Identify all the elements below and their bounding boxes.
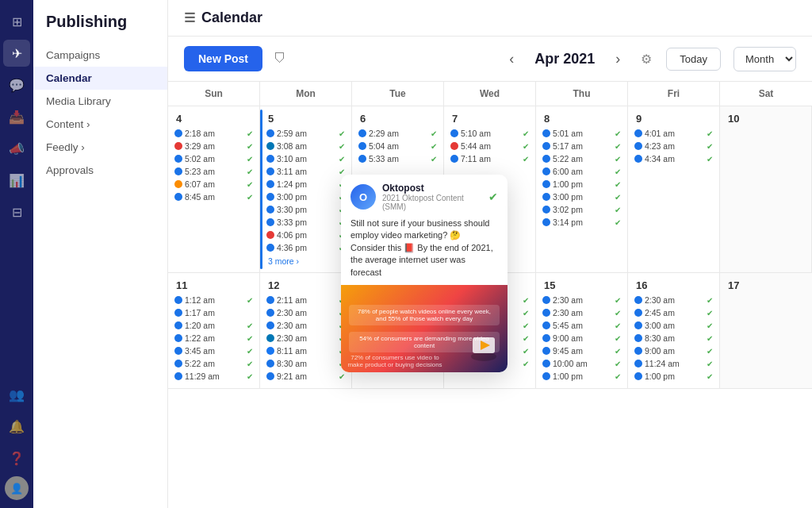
nav-icon-help[interactable]: ❓	[3, 444, 30, 471]
sidebar-item-approvals[interactable]: Approvals	[33, 159, 167, 182]
list-item[interactable]: 10:00 am✔	[539, 358, 624, 369]
list-item[interactable]: 4:01 am✔	[631, 128, 716, 139]
list-item[interactable]: 8:11 am✔	[263, 345, 348, 356]
post-dot	[542, 142, 550, 150]
list-item[interactable]: 8:30 am✔	[631, 333, 716, 344]
list-item[interactable]: 2:30 am✔	[263, 307, 348, 318]
list-item[interactable]: 11:29 am✔	[171, 371, 256, 382]
today-button[interactable]: Today	[666, 48, 721, 71]
list-item[interactable]: 11:24 am✔	[631, 358, 716, 369]
list-item[interactable]: 3:00 pm✔	[539, 191, 624, 202]
list-item[interactable]: 5:33 am✔	[355, 153, 440, 164]
list-item[interactable]: 2:11 am✔	[263, 294, 348, 306]
popup-status-check: ✔	[488, 190, 498, 203]
post-dot	[634, 321, 642, 329]
list-item[interactable]: 1:24 pm✔	[263, 179, 348, 190]
list-item[interactable]: 3:02 pm✔	[539, 204, 624, 215]
nav-icon-dashboard[interactable]: ⊞	[3, 8, 30, 35]
post-dot	[542, 155, 550, 163]
list-item[interactable]: 6:00 am✔	[539, 166, 624, 177]
sidebar-item-content[interactable]: Content ›	[33, 113, 167, 136]
list-item[interactable]: 5:44 am✔	[447, 140, 532, 152]
list-item[interactable]: 1:20 am✔	[171, 320, 256, 331]
list-item[interactable]: 3:33 pm✔	[263, 217, 348, 228]
post-dot	[358, 129, 366, 137]
list-item[interactable]: 1:00 pm✔	[539, 179, 624, 190]
list-item[interactable]: 2:18 am✔	[171, 128, 256, 139]
list-item[interactable]: 8:45 am✔	[171, 191, 256, 202]
new-post-button[interactable]: New Post	[184, 46, 262, 71]
calendar-header: Sun Mon Tue Wed Thu Fri Sat	[168, 82, 812, 106]
list-item[interactable]: 1:00 pm✔	[539, 371, 624, 382]
nav-icon-publishing[interactable]: ✈	[3, 40, 30, 67]
list-item[interactable]: 5:23 am✔	[171, 166, 256, 177]
list-item[interactable]: 2:30 am✔	[539, 307, 624, 318]
sidebar-item-calendar[interactable]: Calendar	[33, 67, 167, 90]
list-item[interactable]: 2:30 am✔	[263, 333, 348, 344]
nav-icon-inbox[interactable]: 📥	[3, 103, 30, 130]
list-item[interactable]: 2:30 am✔	[631, 294, 716, 306]
list-item[interactable]: 3:00 am✔	[631, 320, 716, 331]
list-item[interactable]: 3:10 am✔	[263, 153, 348, 164]
list-item[interactable]: 7:11 am✔	[447, 153, 532, 164]
next-month-button[interactable]: ›	[611, 49, 625, 69]
sidebar-item-media-library[interactable]: Media Library	[33, 90, 167, 113]
list-item[interactable]: 3:08 am✔	[263, 140, 348, 152]
day-num-10: 10	[723, 111, 808, 128]
nav-icon-users[interactable]: 👥	[3, 381, 30, 408]
list-item[interactable]: 1:12 am✔	[171, 294, 256, 306]
user-avatar[interactable]: 👤	[5, 476, 29, 500]
list-item[interactable]: 1:22 am✔	[171, 333, 256, 344]
list-item[interactable]: 3:00 pm✔	[263, 191, 348, 202]
list-item[interactable]: 9:21 am✔	[263, 371, 348, 382]
list-item[interactable]: 2:45 am✔	[631, 307, 716, 318]
sidebar-item-campaigns[interactable]: Campaigns	[33, 44, 167, 67]
list-item[interactable]: 5:22 am✔	[539, 153, 624, 164]
list-item[interactable]: 1:00 pm✔	[631, 371, 716, 382]
list-item[interactable]: 5:45 am✔	[539, 320, 624, 331]
list-item[interactable]: 5:10 am✔	[447, 128, 532, 139]
list-item[interactable]: 2:29 am✔	[355, 128, 440, 139]
gear-icon[interactable]: ⚙	[641, 52, 652, 67]
list-item[interactable]: 5:17 am✔	[539, 140, 624, 152]
sidebar-item-feedly[interactable]: Feedly ›	[33, 136, 167, 159]
list-item[interactable]: 5:22 am✔	[171, 358, 256, 369]
list-item[interactable]: 4:36 pm✔	[263, 242, 348, 253]
post-dot	[542, 360, 550, 368]
list-item[interactable]: 2:59 am✔	[263, 128, 348, 139]
list-item[interactable]: 5:01 am✔	[539, 128, 624, 139]
list-item[interactable]: 2:30 am✔	[539, 294, 624, 306]
list-item[interactable]: 3:29 am✔	[171, 140, 256, 152]
header-fri: Fri	[628, 82, 720, 106]
list-item[interactable]: 8:30 am✔	[263, 358, 348, 369]
list-item[interactable]: 3:45 am✔	[171, 345, 256, 356]
more-link[interactable]: 3 more ›	[263, 255, 348, 267]
nav-icon-grid[interactable]: ⊟	[3, 198, 30, 225]
post-dot	[266, 218, 274, 226]
list-item[interactable]: 3:30 pm✔	[263, 204, 348, 215]
list-item[interactable]: 3:14 pm✔	[539, 217, 624, 228]
view-select[interactable]: Month Week Day	[733, 47, 796, 71]
list-item[interactable]: 4:06 pm✔	[263, 229, 348, 241]
nav-icon-megaphone[interactable]: 📣	[3, 135, 30, 162]
list-item[interactable]: 1:17 am	[171, 307, 256, 318]
post-dot	[266, 321, 274, 329]
nav-icon-analytics[interactable]: 📊	[3, 167, 30, 194]
post-dot	[174, 180, 182, 188]
prev-month-button[interactable]: ‹	[504, 49, 519, 69]
nav-icon-chat[interactable]: 💬	[3, 71, 30, 98]
list-item[interactable]: 6:07 am✔	[171, 179, 256, 190]
topbar: ☰ Calendar	[168, 0, 812, 37]
list-item[interactable]: 9:45 am✔	[539, 345, 624, 356]
list-item[interactable]: 2:30 am✔	[263, 320, 348, 331]
nav-icon-bell[interactable]: 🔔	[3, 413, 30, 440]
list-item[interactable]: 4:34 am✔	[631, 153, 716, 164]
list-item[interactable]: 5:04 am✔	[355, 140, 440, 152]
list-item[interactable]: 9:00 am✔	[539, 333, 624, 344]
list-item[interactable]: 4:23 am✔	[631, 140, 716, 152]
post-preview-popup[interactable]: O Oktopost 2021 Oktopost Content (SMM) ✔…	[341, 175, 508, 372]
list-item[interactable]: 9:00 am✔	[631, 345, 716, 356]
list-item[interactable]: 5:02 am✔	[171, 153, 256, 164]
list-item[interactable]: 3:11 am✔	[263, 166, 348, 177]
filter-icon[interactable]: ⛉	[274, 52, 286, 66]
